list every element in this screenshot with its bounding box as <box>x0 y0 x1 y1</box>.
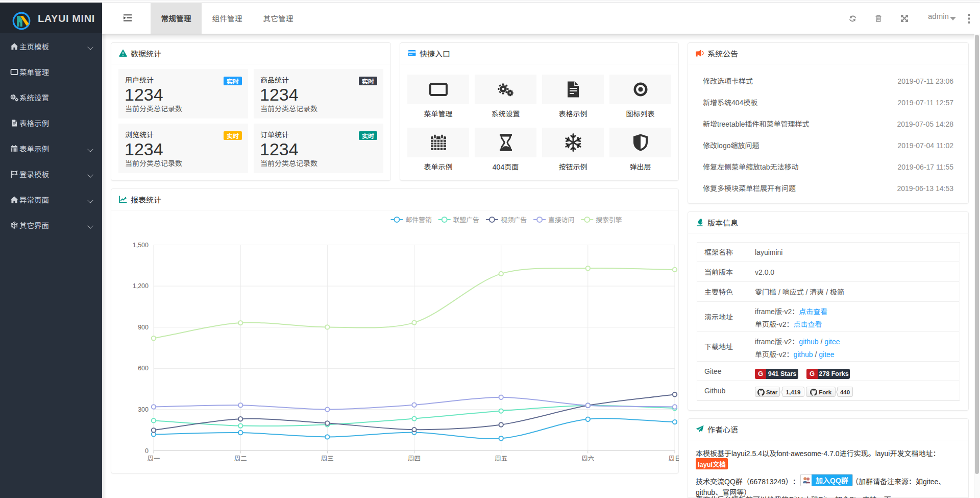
svg-text:直接访问: 直接访问 <box>548 215 574 224</box>
svg-text:周三: 周三 <box>321 453 334 463</box>
svg-text:周日: 周日 <box>668 453 679 463</box>
svg-text:搜索引擎: 搜索引擎 <box>596 215 622 224</box>
svg-text:周二: 周二 <box>234 453 247 463</box>
svg-text:1,200: 1,200 <box>133 280 149 290</box>
svg-text:600: 600 <box>138 363 149 372</box>
svg-text:1,500: 1,500 <box>133 240 149 249</box>
svg-text:邮件营销: 邮件营销 <box>406 215 432 224</box>
svg-text:900: 900 <box>138 322 149 331</box>
svg-text:300: 300 <box>138 404 149 414</box>
svg-text:视频广告: 视频广告 <box>501 215 527 224</box>
svg-text:周四: 周四 <box>408 453 421 463</box>
svg-text:联盟广告: 联盟广告 <box>453 215 479 224</box>
svg-text:周一: 周一 <box>147 453 160 463</box>
svg-text:周五: 周五 <box>495 453 507 463</box>
svg-text:周六: 周六 <box>581 453 594 463</box>
